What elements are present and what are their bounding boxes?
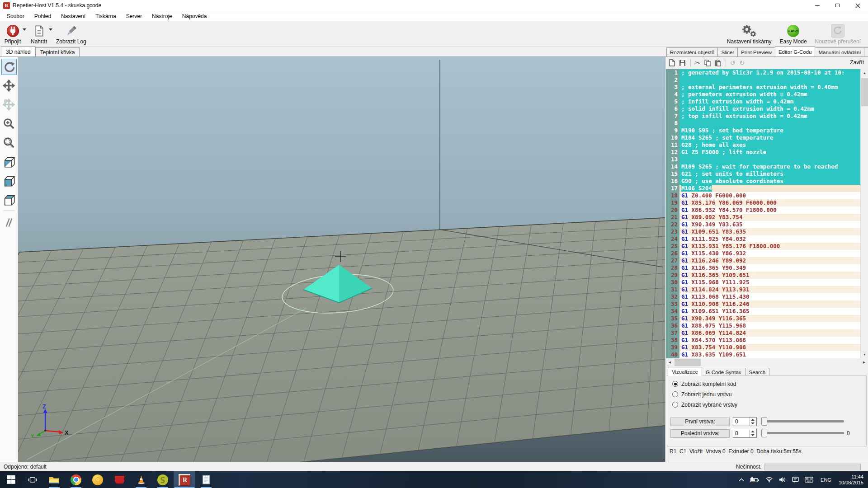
gcode-line: 10M104 S265 ; set temperature [666, 134, 868, 141]
tray-chevron-icon[interactable] [739, 478, 744, 482]
close-button[interactable] [848, 0, 868, 11]
main-area: Z X Y ✂ ↺ ↻ Zavřít [0, 56, 868, 462]
3d-viewport[interactable]: Z X Y [0, 57, 665, 462]
tab-teplotn-k-ivka[interactable]: Teplotní křivka [35, 47, 80, 56]
system-tray: ENG 11:44 10/08/2015 [739, 471, 868, 488]
gcode-line: 20G1 X86.932 Y84.570 F1800.000 [666, 206, 868, 214]
save-icon[interactable] [679, 60, 686, 66]
isometric-view-button[interactable] [1, 153, 17, 170]
last-layer-button[interactable]: Poslední vrstva: [670, 429, 730, 438]
taskbar-green-app-icon[interactable] [152, 471, 174, 488]
radio-zobrazit-kompletn-k-d[interactable]: Zobrazit kompletní kód [672, 380, 736, 388]
scroll-left-arrow[interactable]: ◀ [666, 358, 674, 366]
radio-zobrazit-jednu-vrstvu[interactable]: Zobrazit jednu vrstvu [672, 390, 731, 398]
undo-icon: ↺ [730, 59, 736, 66]
windows-taskbar: R [0, 471, 868, 488]
taskbar-notepad-icon[interactable] [195, 471, 217, 488]
minimize-button[interactable] [807, 0, 827, 11]
cut-icon[interactable]: ✂ [695, 59, 700, 66]
gcode-line: 26G1 X115.430 Y86.932 [666, 250, 868, 257]
taskbar-start-button[interactable] [0, 471, 22, 488]
editor-close-button[interactable]: Zavřít [850, 59, 864, 66]
tab-rozm-st-n-objekt[interactable]: Rozmístění objektů [666, 47, 718, 56]
viz-tab-vizualizace[interactable]: Vizualizace [668, 367, 702, 376]
top-view-button[interactable] [1, 191, 17, 208]
tab-3d-n-hled[interactable]: 3D náhled [1, 47, 36, 56]
gcode-line: 27G1 X116.246 Y89.092 [666, 257, 868, 264]
print-bed-scene[interactable]: Z X Y [18, 57, 665, 462]
editor-horizontal-scrollbar[interactable]: ◀ ▶ [666, 358, 868, 366]
new-file-icon[interactable] [669, 59, 675, 66]
print-bed [18, 215, 665, 462]
menu-item-n-stroje[interactable]: Nástroje [147, 11, 177, 21]
menu-item-server[interactable]: Server [121, 11, 147, 21]
gcode-line: 19G1 X85.176 Y86.069 F6000.000 [666, 199, 868, 206]
menu-item-pohled[interactable]: Pohled [29, 11, 56, 21]
title-bar: R Repetier-Host V1.5.4 - skuska.gcode [0, 0, 868, 11]
taskbar-vlc-icon[interactable] [130, 471, 152, 488]
gcode-line: 21G1 X89.092 Y83.754 [666, 214, 868, 221]
connect-dropdown-arrow[interactable] [23, 28, 26, 31]
hscroll-thumb[interactable] [675, 359, 701, 366]
first-layer-spinner[interactable]: 0 [733, 417, 757, 426]
printer-state: Nečinnost. [736, 464, 762, 470]
scroll-up-arrow[interactable]: ▲ [861, 69, 868, 77]
easy-mode-label: Easy Mode [780, 38, 807, 45]
tab-editor-g-codu[interactable]: Editor G-Codu [775, 47, 816, 56]
clock[interactable]: 11:44 10/08/2015 [839, 474, 863, 486]
pan-view-button[interactable] [1, 77, 17, 94]
viz-tab-g-code-syntax[interactable]: G-Code Syntax [702, 368, 745, 376]
taskbar-file-explorer-icon[interactable] [43, 471, 65, 488]
gcode-line: 13 [666, 156, 868, 163]
load-button[interactable]: Nahrát [26, 21, 52, 46]
maximize-button[interactable] [827, 0, 848, 11]
menu-item-soubor[interactable]: Soubor [2, 11, 29, 21]
taskbar-repetier-host-icon[interactable]: R [174, 471, 195, 488]
front-view-button[interactable] [1, 172, 17, 189]
tab-s[interactable]: S [864, 47, 868, 56]
copy-icon[interactable] [704, 60, 711, 66]
gcode-line: 39G1 X83.754 Y110.908 [666, 344, 868, 351]
connect-button[interactable]: Připojit [0, 21, 26, 46]
menu-item-nastaven[interactable]: Nastavení [56, 11, 90, 21]
gcode-line: 36G1 X88.075 Y115.968 [666, 322, 868, 329]
tab-slicer[interactable]: Slicer [717, 47, 738, 56]
last-layer-spinner[interactable]: 0 [733, 429, 757, 438]
taskbar-task-view-button[interactable] [22, 471, 43, 488]
parallel-projection-button[interactable] [1, 214, 17, 231]
scroll-down-arrow[interactable]: ▼ [861, 351, 868, 358]
battery-icon[interactable] [750, 477, 760, 483]
action-center-icon[interactable] [792, 477, 799, 483]
radio-zobrazit-vybran-vrstvy[interactable]: Zobrazit vybrané vrstvy [672, 401, 737, 408]
paste-icon[interactable] [715, 60, 721, 66]
rotate-view-button[interactable] [1, 59, 17, 75]
language-indicator[interactable]: ENG [819, 477, 833, 483]
tab-manu-ln-ovl-d-n[interactable]: Manuální ovládání [815, 47, 864, 56]
volume-icon[interactable] [779, 477, 786, 483]
tab-print-preview[interactable]: Print Preview [737, 47, 775, 56]
viz-tab-search[interactable]: Search [745, 368, 769, 376]
menu-item-n-pov-da[interactable]: Nápověda [177, 11, 212, 21]
last-layer-slider[interactable] [761, 429, 844, 437]
first-layer-button[interactable]: První vrstva: [670, 418, 730, 426]
first-layer-slider[interactable] [761, 417, 844, 426]
editor-vertical-scrollbar[interactable]: ▲ ▼ [860, 69, 868, 358]
zoom-in-button[interactable] [1, 115, 17, 132]
wifi-icon[interactable] [765, 477, 773, 483]
zoom-fit-button[interactable] [1, 134, 17, 151]
gcode-editor[interactable]: 1; generated by Slic3r 1.2.9 on 2015-08-… [666, 69, 868, 358]
taskbar-chrome-icon[interactable] [65, 471, 87, 488]
load-dropdown-arrow[interactable] [49, 28, 52, 31]
vscroll-thumb[interactable] [861, 78, 868, 106]
gcode-line: 35G1 X90.349 Y116.365 [666, 315, 868, 322]
taskbar-red-app-icon[interactable] [108, 471, 130, 488]
scroll-right-arrow[interactable]: ▶ [860, 358, 868, 366]
plug-icon [6, 23, 19, 38]
printer-settings-button[interactable]: Nastavení tiskárny [723, 21, 776, 46]
touch-keyboard-icon[interactable] [805, 477, 813, 483]
menu-item-tisk-rna[interactable]: Tiskárna [90, 11, 121, 21]
taskbar-chrome-canary-icon[interactable] [87, 471, 108, 488]
axis-z-label: Z [42, 403, 46, 410]
show-log-button[interactable]: Zobrazit Log [52, 21, 91, 46]
easy-mode-button[interactable]: EASY Easy Mode [776, 21, 811, 46]
